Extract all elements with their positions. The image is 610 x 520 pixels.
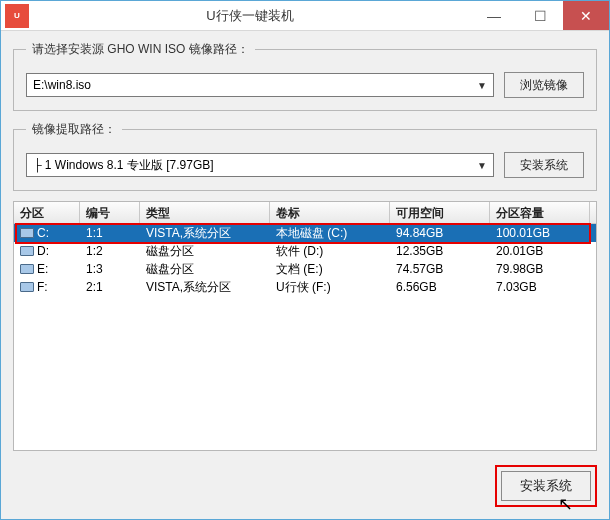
chevron-down-icon: ▼ [475,160,489,171]
table-cell: 软件 (D:) [270,242,390,261]
table-row[interactable]: F:2:1VISTA,系统分区U行侠 (F:)6.56GB7.03GB [14,278,596,296]
table-cell: VISTA,系统分区 [140,224,270,243]
table-cell: U行侠 (F:) [270,278,390,297]
col-free[interactable]: 可用空间 [390,202,490,223]
table-row[interactable]: D:1:2磁盘分区软件 (D:)12.35GB20.01GB [14,242,596,260]
col-size[interactable]: 分区容量 [490,202,590,223]
table-cell: 本地磁盘 (C:) [270,224,390,243]
footer: 安装系统 ↖ [13,461,597,507]
table-cell: 2:1 [80,279,140,295]
close-button[interactable]: ✕ [563,1,609,30]
col-type[interactable]: 类型 [140,202,270,223]
app-window: U U行侠一键装机 — ☐ ✕ 请选择安装源 GHO WIN ISO 镜像路径：… [0,0,610,520]
titlebar: U U行侠一键装机 — ☐ ✕ [1,1,609,31]
table-row[interactable]: C:1:1VISTA,系统分区本地磁盘 (C:)94.84GB100.01GB [14,224,596,242]
drive-icon [20,282,34,292]
table-cell: 7.03GB [490,279,590,295]
col-num[interactable]: 编号 [80,202,140,223]
table-cell: C: [14,225,80,241]
table-cell: VISTA,系统分区 [140,278,270,297]
table-cell: 文档 (E:) [270,260,390,279]
table-cell: 1:3 [80,261,140,277]
table-row[interactable]: E:1:3磁盘分区文档 (E:)74.57GB79.98GB [14,260,596,278]
table-header: 分区 编号 类型 卷标 可用空间 分区容量 [14,202,596,224]
window-title: U行侠一键装机 [29,7,471,25]
browse-image-button[interactable]: 浏览镜像 [504,72,584,98]
table-cell: 74.57GB [390,261,490,277]
col-label[interactable]: 卷标 [270,202,390,223]
extract-path-combo[interactable]: ├ 1 Windows 8.1 专业版 [7.97GB] ▼ [26,153,494,177]
table-cell: E: [14,261,80,277]
table-cell: 20.01GB [490,243,590,259]
table-cell: 1:2 [80,243,140,259]
table-cell: 100.01GB [490,225,590,241]
content-area: 请选择安装源 GHO WIN ISO 镜像路径： E:\win8.iso ▼ 浏… [1,31,609,519]
install-system-button[interactable]: 安装系统 [501,471,591,501]
table-cell: 94.84GB [390,225,490,241]
source-path-value: E:\win8.iso [33,78,91,92]
install-system-button-top[interactable]: 安装系统 [504,152,584,178]
extract-legend: 镜像提取路径： [26,121,122,138]
extract-path-value: ├ 1 Windows 8.1 专业版 [7.97GB] [33,157,214,174]
source-legend: 请选择安装源 GHO WIN ISO 镜像路径： [26,41,255,58]
window-controls: — ☐ ✕ [471,1,609,30]
table-cell: 12.35GB [390,243,490,259]
table-cell: F: [14,279,80,295]
table-cell: 磁盘分区 [140,242,270,261]
table-cell: 磁盘分区 [140,260,270,279]
partition-table: 分区 编号 类型 卷标 可用空间 分区容量 C:1:1VISTA,系统分区本地磁… [13,201,597,451]
drive-icon [20,246,34,256]
drive-icon [20,228,34,238]
app-icon: U [5,4,29,28]
table-cell: 6.56GB [390,279,490,295]
table-cell: 79.98GB [490,261,590,277]
drive-icon [20,264,34,274]
minimize-button[interactable]: — [471,1,517,30]
source-path-combo[interactable]: E:\win8.iso ▼ [26,73,494,97]
chevron-down-icon: ▼ [475,80,489,91]
table-cell: 1:1 [80,225,140,241]
table-body: C:1:1VISTA,系统分区本地磁盘 (C:)94.84GB100.01GBD… [14,224,596,296]
col-drive[interactable]: 分区 [14,202,80,223]
table-cell: D: [14,243,80,259]
extract-fieldset: 镜像提取路径： ├ 1 Windows 8.1 专业版 [7.97GB] ▼ 安… [13,121,597,191]
maximize-button[interactable]: ☐ [517,1,563,30]
source-fieldset: 请选择安装源 GHO WIN ISO 镜像路径： E:\win8.iso ▼ 浏… [13,41,597,111]
